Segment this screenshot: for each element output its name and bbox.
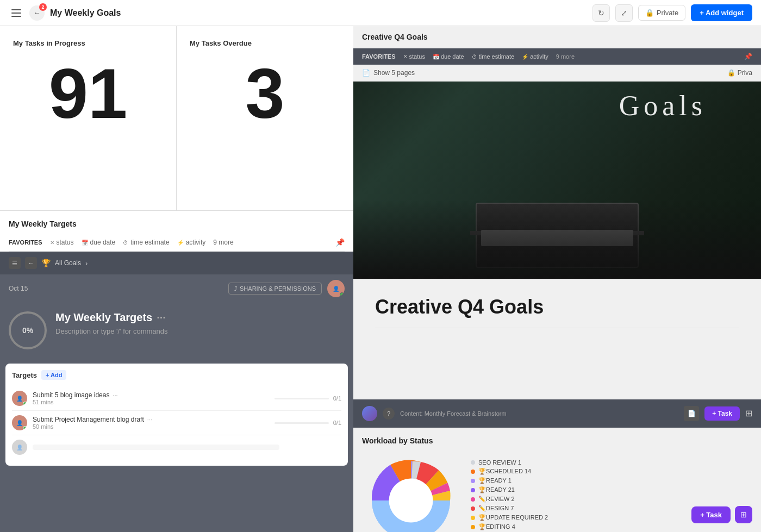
legend-seo-review: SEO REVIEW 1: [471, 459, 548, 466]
q4-add-task-button[interactable]: + Task: [704, 406, 740, 421]
header-right: ↻ ⤢ 🔒 Private + Add widget: [592, 4, 752, 22]
goal-content: 0% My Weekly Targets ··· Description or …: [0, 303, 353, 358]
tasks-overdue-card: My Tasks Overdue 3: [177, 26, 353, 210]
sharing-permissions-button[interactable]: ⤴ SHARING & PERMISSIONS: [228, 283, 322, 295]
goal-description: Description or type '/' for commands: [55, 327, 345, 335]
target-avatar-3: 👤: [12, 440, 27, 455]
filter-favorites[interactable]: FAVORITES: [9, 239, 42, 246]
target-options-2[interactable]: ···: [147, 416, 152, 423]
target-info-1: Submit 5 blog image ideas ··· 51 mins: [33, 391, 269, 405]
q4-filter-status[interactable]: ✕status: [403, 53, 425, 60]
legend-label: 🏆SCHEDULED 14: [478, 468, 531, 475]
filter-status[interactable]: ✕status: [50, 239, 74, 246]
main-content: My Tasks in Progress 91 My Tasks Overdue…: [0, 26, 761, 532]
q4-filter-due-date[interactable]: 📅due date: [433, 53, 464, 60]
target-name-2: Submit Project Management blog draft ···: [33, 416, 269, 423]
pie-chart-svg: [362, 452, 460, 533]
targets-title: Targets: [12, 371, 37, 379]
target-time-2: 50 mins: [33, 423, 269, 430]
private-button[interactable]: 🔒 Private: [638, 5, 685, 21]
legend-label: 🏆EDITING 4: [478, 523, 515, 530]
targets-header: Targets + Add: [12, 370, 341, 380]
legend-dot: [471, 479, 475, 483]
q4-toolbar-avatar: [362, 406, 377, 421]
q4-show-pages-row: 📄 Show 5 pages 🔒 Priva: [353, 65, 761, 82]
q4-priva-label: 🔒 Priva: [727, 69, 752, 77]
legend-dot: [471, 506, 475, 511]
chart-legend: SEO REVIEW 1 🏆SCHEDULED 14 🏆READY 1: [471, 459, 548, 532]
user-avatar: 👤: [327, 280, 345, 297]
right-column: Creative Q4 Goals FAVORITES ✕status 📅due…: [353, 26, 761, 532]
tasks-in-progress-card: My Tasks in Progress 91: [0, 26, 177, 210]
legend-update: 🏆UPDATE REQUIRED 2: [471, 514, 548, 521]
panel-menu-icon[interactable]: ☰: [9, 257, 21, 269]
private-label: Private: [657, 9, 678, 17]
tasks-overdue-label: My Tasks Overdue: [190, 39, 340, 47]
legend-label: 🏆READY 21: [478, 486, 515, 493]
weekly-targets-header: My Weekly Targets FAVORITES ✕status 📅due…: [0, 211, 353, 252]
sharing-label: SHARING & PERMISSIONS: [240, 285, 316, 292]
legend-editing: 🏆EDITING 4: [471, 523, 548, 530]
goal-breadcrumb[interactable]: All Goals: [55, 259, 81, 267]
svg-point-1: [389, 478, 433, 522]
q4-grid-icon[interactable]: ⊞: [745, 408, 752, 418]
q4-pin-icon[interactable]: 📌: [744, 53, 752, 60]
targets-section: Targets + Add 👤 Submit 5 blog image idea…: [5, 364, 348, 466]
goal-options-menu[interactable]: ···: [157, 311, 166, 324]
q4-more-filters[interactable]: 9 more: [556, 53, 575, 60]
legend-dot: [471, 488, 475, 492]
legend-ready1: 🏆READY 1: [471, 477, 548, 484]
target-info-2: Submit Project Management blog draft ···…: [33, 416, 269, 430]
weekly-targets-section: My Weekly Targets FAVORITES ✕status 📅due…: [0, 211, 353, 532]
legend-label: ✏️DESIGN 7: [478, 505, 514, 512]
target-ratio-2: 0/1: [333, 420, 341, 426]
add-widget-button[interactable]: + Add widget: [691, 4, 752, 21]
add-target-button[interactable]: + Add: [41, 370, 66, 380]
filter-due-date[interactable]: 📅due date: [82, 239, 116, 246]
refresh-icon[interactable]: ↻: [592, 4, 610, 22]
q4-filter-favorites[interactable]: FAVORITES: [362, 53, 396, 60]
target-avatar-1: 👤: [12, 391, 27, 406]
expand-icon[interactable]: ⤢: [615, 4, 633, 22]
legend-review: ✏️REVIEW 2: [471, 496, 548, 503]
target-item: 👤 Submit 5 blog image ideas ··· 51 mins: [12, 386, 341, 411]
progress-circle: 0%: [9, 311, 47, 349]
legend-dot: [471, 516, 475, 520]
pages-icon: 📄: [362, 69, 370, 77]
share-icon: ⤴: [234, 285, 238, 292]
back-button[interactable]: ← 2: [29, 5, 45, 21]
more-filters-button[interactable]: 9 more: [213, 239, 233, 246]
legend-scheduled: 🏆SCHEDULED 14: [471, 468, 548, 475]
bottom-task-button[interactable]: + Task: [691, 506, 731, 523]
goal-meta: Oct 15 ⤴ SHARING & PERMISSIONS 👤: [0, 274, 353, 303]
bottom-grid-button[interactable]: ⊞: [735, 506, 752, 523]
q4-filter-time[interactable]: ⏱time estimate: [472, 53, 514, 60]
target-options[interactable]: ···: [113, 392, 117, 398]
q4-bottom-toolbar: ? Content: Monthly Forecast & Brainstorm…: [353, 399, 761, 428]
q4-title-row: Creative Q4 Goals: [353, 26, 761, 48]
legend-dot: [471, 460, 475, 465]
panel-back-button[interactable]: ←: [25, 257, 37, 269]
q4-content-label: Content: Monthly Forecast & Brainstorm: [400, 410, 678, 417]
notification-badge: 2: [39, 3, 47, 11]
legend-label: ✏️REVIEW 2: [478, 496, 515, 503]
show-pages-label[interactable]: Show 5 pages: [373, 69, 415, 77]
progress-bar-2: [275, 422, 329, 424]
bottom-task-bar: + Task ⊞: [691, 506, 752, 523]
filter-time-estimate[interactable]: ⏱time estimate: [123, 239, 169, 246]
legend-design: ✏️DESIGN 7: [471, 505, 548, 512]
menu-icon[interactable]: [9, 5, 24, 21]
breadcrumb-arrow: ›: [85, 259, 88, 267]
trophy-icon: 🏆: [41, 259, 51, 267]
filter-activity[interactable]: ⚡activity: [177, 239, 206, 246]
target-progress-2: 0/1: [275, 420, 341, 426]
target-time-1: 51 mins: [33, 399, 269, 405]
q4-doc-icon[interactable]: 📄: [684, 406, 699, 421]
target-ratio-1: 0/1: [333, 395, 341, 402]
q4-filter-activity[interactable]: ⚡activity: [522, 53, 548, 60]
progress-bar-1: [275, 398, 329, 399]
legend-ready21: 🏆READY 21: [471, 486, 548, 493]
q4-help-icon[interactable]: ?: [383, 408, 395, 420]
goal-name: My Weekly Targets ···: [55, 311, 345, 324]
pin-icon[interactable]: 📌: [335, 238, 345, 247]
